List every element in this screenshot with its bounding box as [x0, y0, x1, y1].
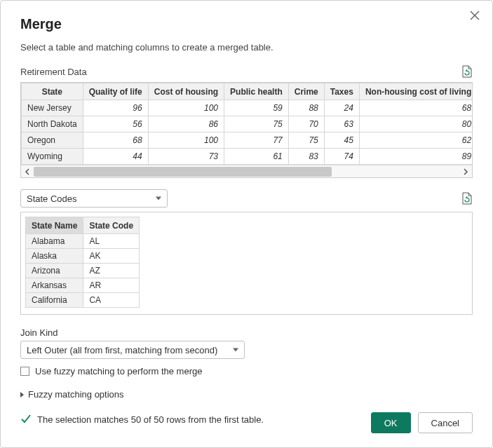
table-row[interactable]: AlabamaAL	[26, 234, 140, 249]
col-header[interactable]: State Name	[26, 217, 83, 234]
table-row[interactable]: Wyoming 44 73 61 83 74 89	[22, 149, 473, 165]
second-table-dropdown[interactable]: State Codes	[20, 189, 168, 208]
table-row[interactable]: ArkansasAR	[26, 278, 140, 293]
scroll-thumb[interactable]	[34, 167, 332, 177]
col-header[interactable]: Public health	[224, 83, 289, 100]
col-header[interactable]: Non-housing cost of living	[359, 83, 472, 100]
fuzzy-options-expander[interactable]: Fuzzy matching options	[20, 389, 473, 400]
table-row[interactable]: AlaskaAK	[26, 249, 140, 264]
status-message: The selection matches 50 of 50 rows from…	[37, 414, 264, 425]
horizontal-scrollbar[interactable]	[21, 165, 472, 177]
merge-dialog: Merge Select a table and matching column…	[0, 0, 493, 448]
dialog-title: Merge	[20, 16, 473, 32]
table-row[interactable]: ArizonaAZ	[26, 264, 140, 278]
col-header[interactable]: State	[22, 83, 83, 100]
ok-button[interactable]: OK	[371, 412, 411, 433]
col-header[interactable]: State Code	[83, 217, 140, 234]
join-kind-dropdown[interactable]: Left Outer (all from first, matching fro…	[20, 341, 245, 359]
chevron-right-icon	[20, 392, 24, 398]
cancel-button[interactable]: Cancel	[418, 412, 473, 433]
table1-grid[interactable]: State Quality of life Cost of housing Pu…	[20, 82, 473, 178]
table-row[interactable]: North Dakota 56 86 75 70 63 80	[22, 116, 473, 133]
table-row[interactable]: New Jersey 96 100 59 88 24 68	[22, 100, 473, 116]
fuzzy-match-checkbox[interactable]	[20, 367, 29, 376]
close-icon[interactable]	[470, 11, 480, 20]
col-header[interactable]: Taxes	[324, 83, 359, 100]
join-kind-label: Join Kind	[20, 327, 473, 338]
table1-name: Retirement Data	[20, 67, 87, 77]
col-header[interactable]: Quality of life	[83, 83, 148, 100]
refresh-icon[interactable]	[461, 192, 473, 205]
refresh-icon[interactable]	[461, 65, 473, 78]
table2-grid[interactable]: State Name State Code AlabamaAL AlaskaAK…	[20, 212, 473, 315]
checkmark-icon	[20, 414, 32, 425]
table-row[interactable]: CaliforniaCA	[26, 293, 140, 308]
fuzzy-match-label: Use fuzzy matching to perform the merge	[35, 366, 202, 376]
dialog-subtitle: Select a table and matching columns to c…	[20, 42, 473, 53]
scroll-left-icon[interactable]	[21, 165, 34, 178]
col-header[interactable]: Cost of housing	[148, 83, 224, 100]
table-row[interactable]: Oregon 68 100 77 75 45 62	[22, 133, 473, 149]
scroll-right-icon[interactable]	[459, 165, 472, 178]
col-header[interactable]: Crime	[288, 83, 324, 100]
